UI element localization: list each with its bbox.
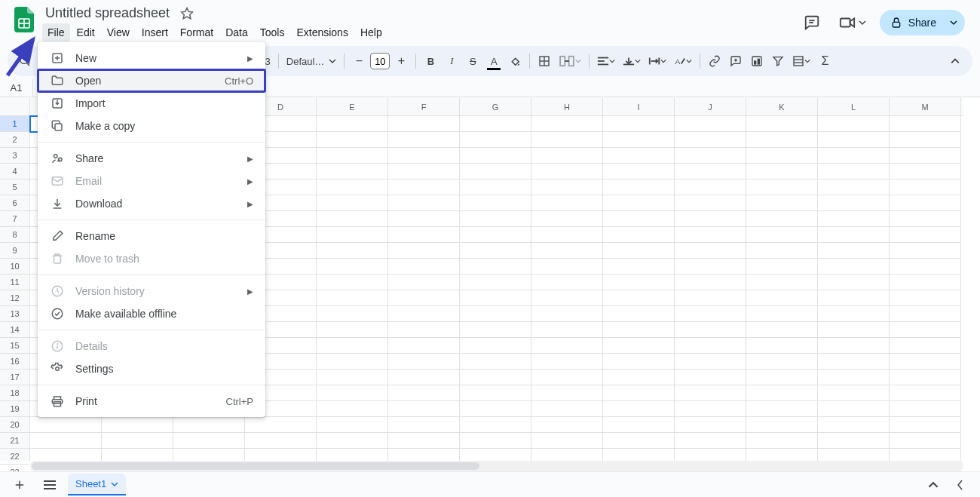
menu-help[interactable]: Help — [355, 23, 387, 41]
cell[interactable] — [675, 243, 746, 259]
cell[interactable] — [317, 275, 388, 290]
cell[interactable] — [818, 179, 890, 195]
cell[interactable] — [746, 164, 818, 179]
cell[interactable] — [603, 338, 675, 354]
fontsize-increase[interactable]: + — [391, 51, 411, 72]
all-sheets-button[interactable] — [38, 474, 62, 495]
link-button[interactable] — [705, 51, 724, 72]
menu-data[interactable]: Data — [220, 23, 253, 41]
cell[interactable] — [603, 132, 675, 148]
menu-tools[interactable]: Tools — [255, 23, 290, 41]
cell[interactable] — [675, 116, 746, 132]
cell[interactable] — [890, 354, 961, 370]
row-header[interactable]: 7 — [0, 211, 29, 227]
merge-button[interactable] — [556, 51, 584, 72]
italic-button[interactable]: I — [442, 51, 461, 72]
cell[interactable] — [317, 179, 388, 195]
cell[interactable] — [890, 132, 961, 148]
cell[interactable] — [531, 417, 603, 433]
menu-item-download[interactable]: Download▶ — [38, 192, 265, 215]
fontsize-decrease[interactable]: − — [349, 51, 369, 72]
cell[interactable] — [818, 338, 890, 354]
menu-item-import[interactable]: Import — [38, 92, 265, 115]
cell[interactable] — [818, 275, 890, 290]
cell[interactable] — [890, 385, 961, 401]
menu-edit[interactable]: Edit — [72, 23, 100, 41]
cell[interactable] — [818, 370, 890, 385]
cell[interactable] — [603, 211, 675, 227]
cell[interactable] — [460, 243, 531, 259]
name-box[interactable]: A1 — [0, 79, 33, 97]
cell[interactable] — [818, 259, 890, 275]
cell[interactable] — [818, 401, 890, 417]
cell[interactable] — [818, 385, 890, 401]
cell[interactable] — [818, 227, 890, 243]
cell[interactable] — [603, 370, 675, 385]
cell[interactable] — [317, 132, 388, 148]
cell[interactable] — [746, 354, 818, 370]
row-header[interactable]: 14 — [0, 322, 29, 338]
cell[interactable] — [460, 370, 531, 385]
cell[interactable] — [531, 306, 603, 322]
row-header[interactable]: 18 — [0, 385, 29, 401]
cell[interactable] — [746, 259, 818, 275]
cell[interactable] — [317, 290, 388, 306]
menu-item-new[interactable]: New▶ — [38, 47, 265, 69]
cell[interactable] — [675, 259, 746, 275]
borders-button[interactable] — [534, 51, 554, 72]
row-header[interactable]: 3 — [0, 148, 29, 164]
vertical-scrollbar[interactable] — [963, 116, 980, 461]
collapse-toolbar-button[interactable] — [945, 51, 965, 72]
menu-item-rename[interactable]: Rename — [38, 225, 265, 247]
cell[interactable] — [746, 322, 818, 338]
cell[interactable] — [675, 306, 746, 322]
cell[interactable] — [317, 243, 388, 259]
cell[interactable] — [460, 179, 531, 195]
doc-title[interactable]: Untitled spreadsheet — [42, 5, 173, 22]
cell[interactable] — [460, 338, 531, 354]
row-header[interactable]: 11 — [0, 275, 29, 290]
menu-item-make-available-offline[interactable]: Make available offline — [38, 302, 265, 325]
row-header[interactable]: 2 — [0, 132, 29, 148]
share-button[interactable]: Share — [880, 10, 947, 35]
cell[interactable] — [890, 243, 961, 259]
cell[interactable] — [818, 322, 890, 338]
col-header[interactable]: J — [675, 98, 746, 115]
cell[interactable] — [890, 275, 961, 290]
cell[interactable] — [317, 385, 388, 401]
cell[interactable] — [531, 243, 603, 259]
strike-button[interactable]: S — [463, 51, 482, 72]
cell[interactable] — [531, 164, 603, 179]
text-color-button[interactable]: A — [484, 51, 504, 72]
cell[interactable] — [818, 290, 890, 306]
cell[interactable] — [531, 179, 603, 195]
horizontal-scrollbar[interactable] — [30, 461, 963, 471]
valign-button[interactable] — [620, 51, 644, 72]
col-header[interactable]: K — [746, 98, 818, 115]
cell[interactable] — [890, 164, 961, 179]
sheet-tab[interactable]: Sheet1 — [68, 474, 126, 495]
cell[interactable] — [746, 290, 818, 306]
cell[interactable] — [317, 401, 388, 417]
cell[interactable] — [818, 116, 890, 132]
cell[interactable] — [317, 164, 388, 179]
row-header[interactable]: 21 — [0, 433, 29, 449]
cell[interactable] — [531, 370, 603, 385]
cell[interactable] — [818, 148, 890, 164]
menu-extensions[interactable]: Extensions — [291, 23, 353, 41]
cell[interactable] — [317, 338, 388, 354]
cell[interactable] — [746, 401, 818, 417]
cell[interactable] — [746, 275, 818, 290]
cell[interactable] — [890, 259, 961, 275]
cell[interactable] — [675, 322, 746, 338]
cell[interactable] — [675, 338, 746, 354]
cell[interactable] — [675, 417, 746, 433]
comment-button[interactable] — [726, 51, 746, 72]
table-view-button[interactable] — [789, 51, 813, 72]
cell[interactable] — [603, 195, 675, 211]
menu-format[interactable]: Format — [175, 23, 219, 41]
cell[interactable] — [603, 306, 675, 322]
cell[interactable] — [531, 148, 603, 164]
row-header[interactable]: 10 — [0, 259, 29, 275]
halign-button[interactable] — [594, 51, 618, 72]
